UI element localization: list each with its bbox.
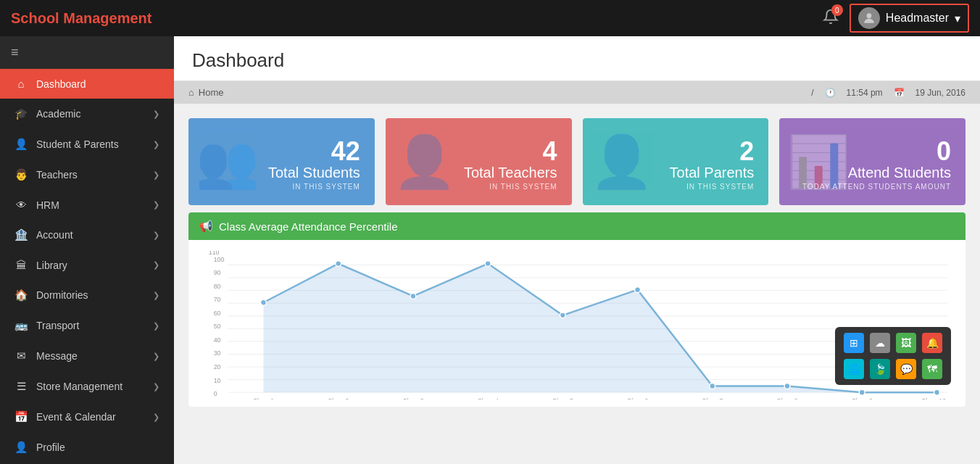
chevron-icon-store-management: ❯ [153,382,159,392]
chevron-icon-event-calendar: ❯ [153,413,159,422]
toggle-icon: ≡ [11,45,19,59]
svg-text:20: 20 [214,363,221,370]
stat-title-total-teachers: Total Teachers [464,165,557,181]
svg-text:70: 70 [214,296,221,303]
svg-text:80: 80 [214,283,221,290]
stat-number-total-parents: 2 [670,138,755,165]
stat-card-total-students[interactable]: 👥 42 Total Students IN THIS SYSTEM [188,118,375,205]
chevron-icon-account: ❯ [153,231,159,240]
user-menu[interactable]: Headmaster ▾ [850,4,969,33]
sidebar-item-left: 🏛 Library [14,259,67,271]
sidebar-label-account: Account [36,229,73,241]
sidebar-label-message: Message [36,350,78,362]
sidebar-icon-transport: 🚌 [14,319,28,332]
sidebar: ≡ ⌂ Dashboard 🎓 Academic ❯ 👤 Student & P… [0,36,174,464]
sidebar-item-library[interactable]: 🏛 Library ❯ [0,250,174,280]
sidebar-item-message[interactable]: ✉ Message ❯ [0,341,174,371]
sidebar-icon-teachers: 👨 [14,168,28,181]
breadcrumb-separator: / [811,88,813,98]
map-icon[interactable]: 🗺 [922,359,942,379]
stat-bg-icon-total-teachers: 👤 [393,132,456,191]
stat-sub-total-students: IN THIS SYSTEM [268,183,360,191]
svg-point-0 [867,13,872,18]
chevron-icon-library: ❯ [153,260,159,270]
stat-card-total-parents[interactable]: 👤 2 Total Parents IN THIS SYSTEM [583,118,769,205]
sidebar-item-event-calendar[interactable]: 📅 Event & Calendar ❯ [0,402,174,432]
sidebar-label-student-parents: Student & Parents [36,138,119,150]
grid-icon[interactable]: ⊞ [844,333,864,353]
sidebar-icon-event-calendar: 📅 [14,410,28,423]
main-content: Dashboard ⌂ Home / 🕐 11:54 pm 📅 19 Jun, … [174,36,980,464]
sidebar-item-left: 🚌 Transport [14,319,79,332]
svg-text:Class 7: Class 7 [702,397,723,399]
svg-text:100: 100 [214,256,225,263]
page-title: Dashboard [192,49,962,72]
content-header: Dashboard [174,36,980,81]
sidebar-item-left: 👤 Profile [14,441,65,454]
svg-text:Class 4: Class 4 [477,397,499,399]
svg-text:0: 0 [214,390,217,397]
chart-header: 📢 Class Average Attendance Percentile [188,212,966,240]
chart-point-4 [485,261,491,267]
sidebar-item-left: 🎓 Academic [14,107,80,120]
user-avatar [858,7,880,29]
svg-text:90: 90 [214,269,221,276]
sidebar-item-account[interactable]: 🏦 Account ❯ [0,220,174,250]
svg-text:60: 60 [214,310,221,317]
chart-point-5 [560,312,565,318]
sidebar-item-hrm[interactable]: 👁 HRM ❯ [0,190,174,220]
stat-sub-total-teachers: IN THIS SYSTEM [464,183,557,191]
sidebar-item-left: 📅 Event & Calendar [14,410,116,423]
chart-point-3 [410,294,416,299]
svg-text:Class 10: Class 10 [921,397,946,399]
sidebar-item-profile[interactable]: 👤 Profile [0,432,174,463]
stat-title-total-students: Total Students [268,165,360,181]
sidebar-icon-message: ✉ [14,349,28,362]
leaf-icon[interactable]: 🍃 [870,359,890,379]
svg-text:Class 9: Class 9 [851,397,873,399]
stat-title-total-parents: Total Parents [670,165,755,181]
sidebar-item-left: 🏠 Dormitories [14,289,88,302]
svg-text:Class 6: Class 6 [627,397,649,399]
home-icon: ⌂ [188,87,194,98]
notification-count: 0 [831,4,843,16]
stat-number-total-students: 42 [268,138,360,165]
sidebar-item-transport[interactable]: 🚌 Transport ❯ [0,310,174,341]
chevron-icon-message: ❯ [153,352,159,361]
notification-bell[interactable]: 0 [823,9,839,28]
sidebar-icon-academic: 🎓 [14,107,28,120]
sidebar-item-left: ☰ Store Management [14,380,122,393]
stat-card-total-teachers[interactable]: 👤 4 Total Teachers IN THIS SYSTEM [386,118,572,205]
sidebar-item-store-management[interactable]: ☰ Store Management ❯ [0,371,174,402]
svg-text:Class 3: Class 3 [402,397,424,399]
cloud-icon[interactable]: ☁ [870,333,890,353]
chat-icon[interactable]: 💬 [896,359,916,379]
bell-icon[interactable]: 🔔 [922,333,942,353]
image-icon[interactable]: 🖼 [896,333,916,353]
chevron-icon-teachers: ❯ [153,170,159,180]
svg-text:Class 1: Class 1 [253,397,275,399]
sidebar-item-left: ✉ Message [14,349,78,362]
chart-title: Class Average Attendance Percentile [219,220,398,233]
chevron-icon-hrm: ❯ [153,200,159,210]
stat-card-attend-students[interactable]: 📊 0 Attend Students TODAY ATTEND STUDENT… [779,118,966,205]
svg-text:Class 2: Class 2 [328,397,349,399]
browser-icon[interactable]: 🌐 [844,359,864,379]
sidebar-label-library: Library [36,260,67,271]
stat-bg-icon-total-students: 👥 [196,132,259,191]
sidebar-icon-store-management: ☰ [14,380,28,393]
sidebar-toggle[interactable]: ≡ [0,36,174,69]
calendar-icon: 📅 [894,88,905,98]
svg-text:Class 8: Class 8 [776,397,798,399]
sidebar-item-teachers[interactable]: 👨 Teachers ❯ [0,160,174,190]
chart-body: 0 10 20 30 40 50 60 70 80 90 100 110 [188,240,966,407]
sidebar-item-academic[interactable]: 🎓 Academic ❯ [0,99,174,129]
app-brand: School Management [11,10,151,27]
sidebar-item-left: 👁 HRM [14,199,59,211]
sidebar-item-dashboard[interactable]: ⌂ Dashboard [0,69,174,99]
sidebar-label-transport: Transport [36,320,79,331]
chart-point-7 [710,384,715,389]
sidebar-item-dormitories[interactable]: 🏠 Dormitories ❯ [0,280,174,310]
breadcrumb-home[interactable]: Home [199,87,224,98]
sidebar-item-student-parents[interactable]: 👤 Student & Parents ❯ [0,129,174,160]
